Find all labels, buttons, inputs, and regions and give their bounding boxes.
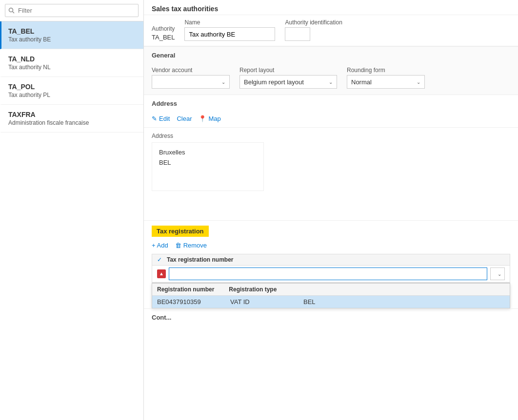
sidebar-item-title: TAXFRA bbox=[8, 111, 137, 118]
report-layout-field: Report layout Belgium report layout ⌄ bbox=[239, 67, 337, 89]
rounding-form-select[interactable]: Normal ⌄ bbox=[347, 75, 425, 89]
authority-value: TA_BEL bbox=[152, 34, 175, 41]
map-button[interactable]: 📍 Map bbox=[199, 114, 220, 123]
sidebar-item-subtitle: Tax authority PL bbox=[8, 92, 137, 98]
sidebar-item-ta-nld[interactable]: TA_NLD Tax authority NL bbox=[0, 49, 143, 77]
filter-input[interactable] bbox=[5, 4, 139, 17]
report-layout-value: Belgium report layout bbox=[244, 78, 304, 86]
auth-id-label: Authority identification bbox=[285, 19, 342, 26]
address-title: Address bbox=[144, 95, 518, 110]
add-button[interactable]: + Add bbox=[152, 241, 168, 250]
add-label: + Add bbox=[152, 242, 168, 249]
sidebar-filter-area bbox=[0, 0, 143, 21]
reg-number-col-header: Registration number bbox=[157, 286, 214, 293]
remove-button[interactable]: 🗑 Remove bbox=[175, 241, 207, 250]
address-box: Bruxelles BEL bbox=[152, 142, 264, 191]
rounding-form-field: Rounding form Normal ⌄ bbox=[347, 67, 425, 89]
tax-reg-section: Tax registration + Add 🗑 Remove ✓ Tax re… bbox=[144, 221, 518, 308]
chevron-down-icon: ⌄ bbox=[221, 79, 225, 85]
map-label: Map bbox=[208, 115, 220, 122]
main-content: Sales tax authorities Authority TA_BEL N… bbox=[144, 0, 518, 420]
address-label: Address bbox=[152, 133, 510, 139]
sidebar-item-taxfra[interactable]: TAXFRA Administration fiscale francaise bbox=[0, 105, 143, 133]
tax-reg-table-header: ✓ Tax registration number bbox=[152, 254, 510, 266]
tax-reg-dropdown-popup: Registration number Registration type BE… bbox=[152, 283, 510, 308]
dropdown-reg-number: BE0437910359 bbox=[157, 298, 216, 305]
chevron-down-icon: ⌄ bbox=[498, 271, 501, 277]
trash-icon: 🗑 bbox=[175, 242, 181, 249]
sidebar-list: TA_BEL Tax authority BE TA_NLD Tax autho… bbox=[0, 21, 143, 420]
clear-button[interactable]: Clear bbox=[177, 114, 192, 123]
sidebar: TA_BEL Tax authority BE TA_NLD Tax autho… bbox=[0, 0, 144, 420]
general-row: Vendor account ⌄ Report layout Belgium r… bbox=[144, 62, 518, 95]
map-icon: 📍 bbox=[199, 115, 206, 122]
edit-button[interactable]: ✎ Edit bbox=[152, 114, 170, 123]
edit-label: Edit bbox=[159, 115, 170, 122]
authority-field: Authority TA_BEL bbox=[152, 25, 175, 41]
dropdown-reg-type: VAT ID bbox=[230, 298, 289, 305]
report-layout-label: Report layout bbox=[239, 67, 337, 74]
check-icon: ✓ bbox=[157, 256, 162, 263]
general-title: General bbox=[144, 47, 518, 62]
auth-id-field: Authority identification bbox=[285, 19, 342, 41]
sidebar-item-title: TA_NLD bbox=[8, 55, 137, 63]
sidebar-item-subtitle: Tax authority NL bbox=[8, 64, 137, 71]
sidebar-item-title: TA_BEL bbox=[8, 27, 137, 35]
address-line1: Bruxelles bbox=[159, 148, 257, 158]
tax-reg-dropdown[interactable]: ⌄ bbox=[490, 267, 505, 280]
dropdown-country: BEL bbox=[303, 298, 362, 305]
address-toolbar: ✎ Edit Clear 📍 Map bbox=[144, 110, 518, 128]
sidebar-item-ta-bel[interactable]: TA_BEL Tax authority BE bbox=[0, 21, 143, 49]
reg-type-col-header: Registration type bbox=[229, 286, 277, 293]
chevron-down-icon: ⌄ bbox=[417, 79, 420, 85]
address-section: Address ✎ Edit Clear 📍 Map Address Bruxe… bbox=[144, 95, 518, 221]
sidebar-item-ta-pol[interactable]: TA_POL Tax authority PL bbox=[0, 77, 143, 105]
contact-label: Cont... bbox=[144, 308, 518, 326]
tax-reg-toolbar: + Add 🗑 Remove bbox=[144, 237, 518, 254]
tax-reg-table: ✓ Tax registration number ▲ ⌄ bbox=[152, 254, 510, 283]
clear-label: Clear bbox=[177, 115, 192, 122]
vendor-account-field: Vendor account ⌄ bbox=[152, 67, 230, 89]
pencil-icon: ✎ bbox=[152, 115, 157, 122]
address-line2: BEL bbox=[159, 158, 257, 168]
sidebar-item-title: TA_POL bbox=[8, 83, 137, 91]
tax-reg-input[interactable] bbox=[169, 267, 487, 280]
dropdown-popup-row[interactable]: BE0437910359 VAT ID BEL bbox=[152, 296, 510, 308]
tax-reg-col-header: Tax registration number bbox=[167, 256, 233, 263]
sidebar-item-subtitle: Tax authority BE bbox=[8, 36, 137, 43]
chevron-down-icon: ⌄ bbox=[329, 79, 333, 85]
vendor-account-select[interactable]: ⌄ bbox=[152, 75, 230, 89]
name-input[interactable] bbox=[184, 27, 275, 41]
authority-row: Authority TA_BEL Name Authority identifi… bbox=[144, 15, 518, 46]
name-label: Name bbox=[184, 19, 275, 26]
rounding-form-label: Rounding form bbox=[347, 67, 425, 74]
warning-icon: ▲ bbox=[157, 269, 166, 278]
tax-reg-title: Tax registration bbox=[152, 226, 209, 237]
address-content: Address Bruxelles BEL bbox=[144, 128, 518, 220]
name-field: Name bbox=[184, 19, 275, 41]
vendor-account-label: Vendor account bbox=[152, 67, 230, 74]
tax-reg-input-row: ▲ ⌄ bbox=[152, 266, 510, 283]
dropdown-popup-header: Registration number Registration type bbox=[152, 284, 510, 296]
remove-label: Remove bbox=[183, 242, 207, 249]
auth-id-input[interactable] bbox=[285, 27, 310, 41]
sidebar-item-subtitle: Administration fiscale francaise bbox=[8, 119, 137, 126]
rounding-form-value: Normal bbox=[351, 78, 372, 86]
report-layout-select[interactable]: Belgium report layout ⌄ bbox=[239, 75, 337, 89]
sales-tax-title: Sales tax authorities bbox=[144, 0, 518, 15]
authority-label: Authority bbox=[152, 25, 175, 32]
general-section: General Vendor account ⌄ Report layout B… bbox=[144, 46, 518, 95]
